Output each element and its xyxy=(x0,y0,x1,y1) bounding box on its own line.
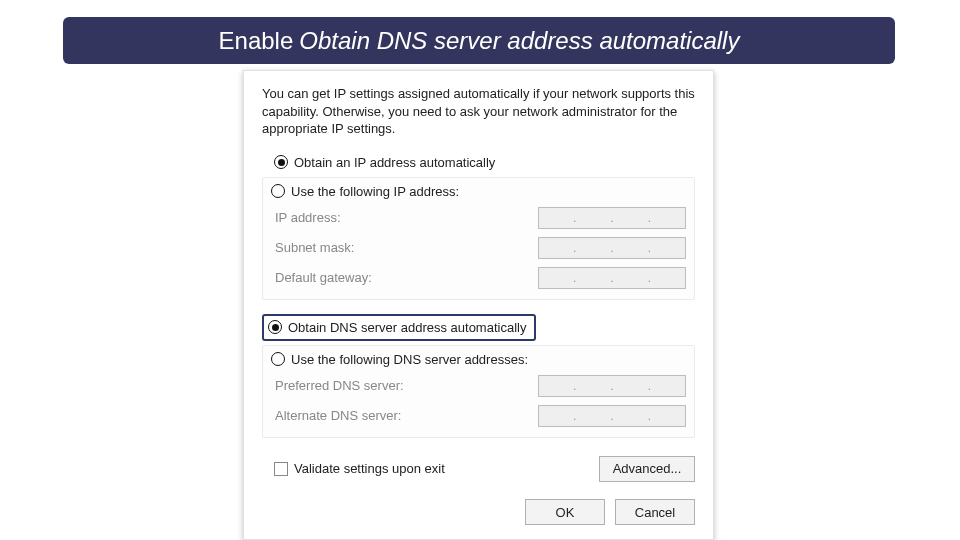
radio-dns-auto[interactable] xyxy=(268,320,282,334)
bottom-options-row: Validate settings upon exit Advanced... xyxy=(262,456,695,482)
instruction-prefix: Enable xyxy=(219,27,294,55)
dialog-button-bar: OK Cancel xyxy=(525,499,695,525)
ip-address-label: IP address: xyxy=(275,210,435,225)
radio-dns-manual-label: Use the following DNS server addresses: xyxy=(291,352,528,367)
radio-ip-manual-label: Use the following IP address: xyxy=(291,184,459,199)
validate-checkbox[interactable] xyxy=(274,462,288,476)
radio-ip-auto[interactable] xyxy=(274,155,288,169)
ip-address-row: IP address: ... xyxy=(271,207,686,229)
radio-dns-manual[interactable] xyxy=(271,352,285,366)
alternate-dns-input: ... xyxy=(538,405,686,427)
intro-text: You can get IP settings assigned automat… xyxy=(262,85,695,138)
ipv4-properties-dialog: You can get IP settings assigned automat… xyxy=(243,70,714,540)
validate-label: Validate settings upon exit xyxy=(294,461,445,476)
validate-checkbox-row[interactable]: Validate settings upon exit xyxy=(262,461,445,476)
ip-manual-group: Use the following IP address: IP address… xyxy=(262,177,695,300)
radio-ip-manual[interactable] xyxy=(271,184,285,198)
default-gateway-input: ... xyxy=(538,267,686,289)
alternate-dns-row: Alternate DNS server: ... xyxy=(271,405,686,427)
cancel-button[interactable]: Cancel xyxy=(615,499,695,525)
default-gateway-row: Default gateway: ... xyxy=(271,267,686,289)
preferred-dns-label: Preferred DNS server: xyxy=(275,378,435,393)
subnet-mask-input: ... xyxy=(538,237,686,259)
instruction-target: Obtain DNS server address automatically xyxy=(299,27,739,55)
default-gateway-label: Default gateway: xyxy=(275,270,435,285)
radio-dns-auto-label: Obtain DNS server address automatically xyxy=(288,320,526,335)
radio-ip-auto-row[interactable]: Obtain an IP address automatically xyxy=(262,152,695,173)
instruction-banner: Enable Obtain DNS server address automat… xyxy=(63,17,895,64)
dns-manual-group: Use the following DNS server addresses: … xyxy=(262,345,695,438)
radio-dns-manual-row[interactable]: Use the following DNS server addresses: xyxy=(271,352,686,367)
radio-ip-auto-label: Obtain an IP address automatically xyxy=(294,155,495,170)
ok-button[interactable]: OK xyxy=(525,499,605,525)
alternate-dns-label: Alternate DNS server: xyxy=(275,408,435,423)
radio-ip-manual-row[interactable]: Use the following IP address: xyxy=(271,184,686,199)
radio-dns-auto-row[interactable]: Obtain DNS server address automatically xyxy=(262,314,536,341)
subnet-mask-row: Subnet mask: ... xyxy=(271,237,686,259)
subnet-mask-label: Subnet mask: xyxy=(275,240,435,255)
ip-address-input: ... xyxy=(538,207,686,229)
preferred-dns-input: ... xyxy=(538,375,686,397)
advanced-button[interactable]: Advanced... xyxy=(599,456,695,482)
preferred-dns-row: Preferred DNS server: ... xyxy=(271,375,686,397)
